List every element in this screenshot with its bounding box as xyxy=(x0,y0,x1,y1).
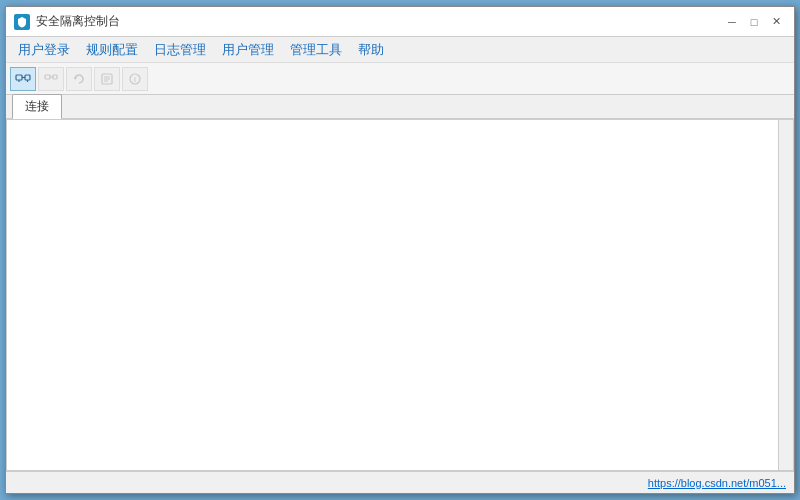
tab-connect[interactable]: 连接 xyxy=(12,94,62,119)
menu-item-rules[interactable]: 规则配置 xyxy=(78,38,146,62)
menu-item-tools[interactable]: 管理工具 xyxy=(282,38,350,62)
svg-rect-0 xyxy=(16,75,22,80)
main-window: 安全隔离控制台 ─ □ ✕ 用户登录 规则配置 日志管理 用户管理 管理工具 帮… xyxy=(5,6,795,494)
status-url: https://blog.csdn.net/m051... xyxy=(648,477,786,489)
toolbar-btn-5[interactable]: i xyxy=(122,67,148,91)
title-bar-left: 安全隔离控制台 xyxy=(14,13,120,30)
title-bar-controls: ─ □ ✕ xyxy=(722,13,786,31)
toolbar-btn-4[interactable] xyxy=(94,67,120,91)
minimize-button[interactable]: ─ xyxy=(722,13,742,31)
toolbar: i xyxy=(6,63,794,95)
menu-item-logs[interactable]: 日志管理 xyxy=(146,38,214,62)
svg-rect-7 xyxy=(53,75,57,79)
svg-rect-5 xyxy=(45,75,50,79)
status-bar: https://blog.csdn.net/m051... xyxy=(6,471,794,493)
menu-item-login[interactable]: 用户登录 xyxy=(10,38,78,62)
maximize-button[interactable]: □ xyxy=(744,13,764,31)
tab-area: 连接 xyxy=(6,95,794,119)
toolbar-connect-button[interactable] xyxy=(10,67,36,91)
main-content xyxy=(6,119,794,471)
toolbar-btn-2[interactable] xyxy=(38,67,64,91)
svg-text:i: i xyxy=(134,76,136,83)
toolbar-btn-3[interactable] xyxy=(66,67,92,91)
svg-rect-2 xyxy=(25,75,30,80)
menu-item-help[interactable]: 帮助 xyxy=(350,38,392,62)
menu-bar: 用户登录 规则配置 日志管理 用户管理 管理工具 帮助 xyxy=(6,37,794,63)
app-icon xyxy=(14,14,30,30)
window-title: 安全隔离控制台 xyxy=(36,13,120,30)
menu-item-users[interactable]: 用户管理 xyxy=(214,38,282,62)
title-bar: 安全隔离控制台 ─ □ ✕ xyxy=(6,7,794,37)
close-button[interactable]: ✕ xyxy=(766,13,786,31)
